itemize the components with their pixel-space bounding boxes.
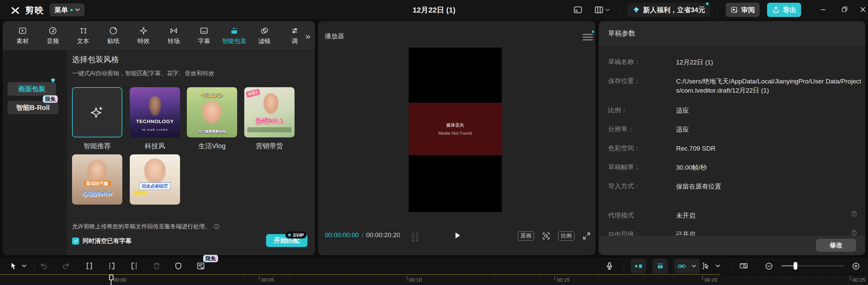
player-menu-icon[interactable] [583,34,593,40]
style-card-life-vlog[interactable]: ·VLOG· 出门就要美美自拍 [187,87,237,137]
style-card-label: 营销带货 [244,141,295,151]
clear-captions-checkbox-row: 同时清空已有字幕 [72,237,131,245]
info-icon[interactable] [213,223,220,230]
nav-item-screen-packaging[interactable]: 画面包装 [7,82,56,96]
original-quality-button[interactable]: 原画 [518,231,534,241]
select-tool-chevron-icon[interactable] [21,261,27,271]
playhead-line [111,280,111,285]
help-icon[interactable] [851,229,857,236]
project-duration-line [0,274,720,275]
ruler-minor-tick [481,276,481,278]
ruler-minor-tick [717,276,718,278]
ruler-minor-tick [688,276,688,278]
tab-effects[interactable]: 特效 [128,26,159,45]
ruler-minor-tick [495,276,496,278]
ruler-time-label: 00:10 [409,277,422,283]
ruler-minor-tick [510,276,511,278]
frame-grid-icon[interactable] [409,232,421,242]
playhead-handle[interactable] [109,274,113,280]
preview-cursor-mode-tool[interactable] [701,261,711,271]
tab-transitions[interactable]: 转场 [159,26,189,45]
current-time: 00:00:00:00 [325,231,359,239]
export-button[interactable]: 导出 [767,3,801,17]
delete-tool[interactable] [152,261,162,271]
player-menu-notification-dot [592,31,594,33]
tabs-expand-icon[interactable]: » [305,31,314,42]
minimize-button[interactable] [819,5,828,14]
split-tool[interactable] [84,261,94,271]
ruler-minor-tick [806,276,806,278]
tab-text[interactable]: 文本 [68,26,98,45]
split-keep-left-tool[interactable] [129,261,139,271]
link-clips-toggle[interactable] [674,259,700,273]
auto-snap-toggle[interactable] [631,259,646,273]
style-card-marketing[interactable]: 保湿王 热销NO.1 [244,87,295,137]
play-button[interactable] [453,231,462,240]
fit-zoom-icon[interactable] [542,231,551,241]
divider [624,262,624,270]
ruler-minor-tick [318,276,318,278]
timeline-ruler[interactable]: 00:0000:0500:1000:1500:2000:25 [0,274,868,285]
select-tool[interactable] [8,261,18,271]
style-card-smart-recommend[interactable] [72,87,122,137]
tab-smart-packaging[interactable]: 智能包装 [219,26,249,45]
modify-button[interactable]: 修改 [816,239,856,252]
divider [619,5,619,14]
section-heading: 选择包装风格 [72,54,119,65]
review-icon [730,6,739,14]
zoom-in-button[interactable] [851,261,861,271]
close-button[interactable] [858,5,867,14]
ruler-minor-tick [185,276,185,278]
undo-button[interactable] [38,261,49,271]
zoom-out-button[interactable] [764,261,774,271]
restore-window-button[interactable] [840,5,849,14]
fullscreen-icon[interactable] [582,231,591,241]
style-card-variety[interactable]: 回血必刷综艺 [130,154,180,205]
ruler-minor-tick [156,276,156,278]
ruler-minor-tick [643,276,643,278]
nav-item-smart-broll[interactable]: 智能B-Roll [7,101,58,114]
ruler-minor-tick [362,276,363,278]
divider [67,218,315,219]
sub-nav-column: 画面包装 智能B-Roll 限免 [3,51,67,255]
promo-button[interactable]: 新人福利，立省34元 [627,3,710,17]
checkbox-checked[interactable] [72,238,79,245]
top-bar: 剪映 菜单 12月22日 (1) 新人福利，立省34元 [0,0,868,20]
ruler-minor-tick [599,276,599,278]
aspect-ratio-button[interactable]: 比例 [558,231,574,241]
tab-media[interactable]: 素材 [7,26,38,45]
app-window: 剪映 菜单 12月22日 (1) 新人福利，立省34元 [0,0,868,285]
ruler-minor-tick [569,276,570,278]
player-view-controls: 原画 比例 [518,231,591,241]
smart-caption-clear-tool[interactable] [196,261,206,271]
help-icon[interactable] [851,210,857,217]
ruler-minor-tick [392,276,392,278]
caption-board-icon[interactable] [573,5,583,15]
layout-switch-control[interactable] [594,5,610,15]
style-card-marketing-thumbnail: 保湿王 热销NO.1 [244,87,295,137]
redo-button[interactable] [61,261,71,271]
tab-stickers[interactable]: 贴纸 [98,26,128,45]
style-card-interview[interactable]: 面试技巧篇 心动的offer [72,154,122,205]
video-preview: 媒体丢失 Media Not Found [409,48,502,212]
tab-audio[interactable]: 音频 [38,26,68,45]
split-keep-right-tool[interactable] [107,261,117,271]
ruler-minor-tick [451,276,451,278]
preview-cursor-chevron-icon[interactable] [715,261,721,271]
tab-filters[interactable]: 滤镜 [249,26,280,45]
tab-captions[interactable]: 字幕 [189,26,219,45]
preview-axis-toggle[interactable] [652,259,668,273]
review-button[interactable]: 审阅 [726,3,760,17]
timeline-ruler-zoom-tool[interactable] [739,261,749,271]
mark-shield-tool[interactable] [173,261,183,271]
style-card-label: 智能推荐 [72,141,122,151]
ruler-minor-tick [614,276,614,278]
ruler-minor-tick [747,276,747,278]
zoom-slider-handle[interactable] [794,262,797,270]
ruler-time-label: 00:15 [557,277,570,283]
record-voiceover-tool[interactable] [604,261,615,271]
diamond-icon [633,6,640,14]
ruler-minor-tick [732,276,732,278]
style-card-label: 生活Vlog [187,141,237,151]
style-card-tech[interactable]: TECHNOLOGY IN OUR LIVES [130,87,180,137]
